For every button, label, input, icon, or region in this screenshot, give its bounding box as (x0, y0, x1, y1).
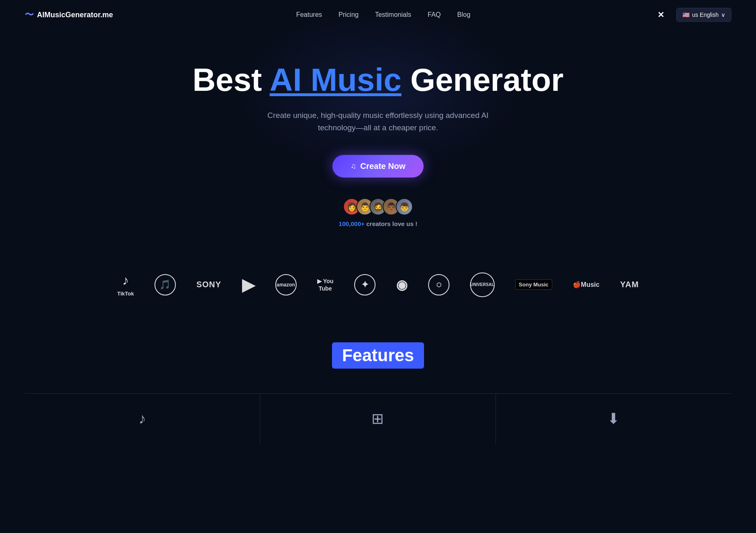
nav-right: ✕ 🇺🇸 us English ∨ (653, 7, 731, 22)
sony-music-label: Sony Music (515, 279, 552, 290)
love-text: creators love us ! (364, 220, 417, 227)
brand-apple-music: 🍎Music (573, 281, 599, 288)
openai-icon: ✦ (354, 274, 376, 295)
logo-wave-icon: 〜 (25, 9, 34, 21)
create-now-button[interactable]: ♫ Create Now (332, 155, 424, 178)
nav-links: Features Pricing Testimonials FAQ Blog (296, 11, 470, 18)
hero-subtitle: Create unique, high-quality music effort… (263, 109, 493, 134)
social-proof: 👩 👨 🧔 👨🏾 👦 100,000+ creators love us ! (8, 198, 748, 227)
chevron-down-icon: ∨ (721, 12, 725, 18)
flag-icon: 🇺🇸 (682, 12, 689, 18)
brand-amazon: amazon (275, 274, 297, 295)
brand-sony-music: Sony Music (515, 279, 552, 290)
music-note-feature-icon: ♪ (138, 410, 146, 427)
logo-text: AIMusicGenerator.me (37, 11, 113, 19)
headline-post: Generator (401, 62, 563, 98)
brand-yam: YAM (620, 280, 639, 289)
lang-label: us English (692, 12, 719, 18)
yam-label: YAM (620, 280, 639, 289)
features-grid: ♪ ⊞ ⬇ (25, 393, 731, 444)
feature-col-2: ⊞ (260, 394, 496, 444)
nav-features-link[interactable]: Features (296, 11, 322, 18)
brand-motion-music: ◉ (396, 277, 408, 293)
brand-youtube: ▶ YouTube (317, 278, 334, 292)
feature-col-3: ⬇ (496, 394, 731, 444)
features-section: Features ♪ ⊞ ⬇ (0, 318, 756, 460)
brand-tiktok: ♪ TikTok (117, 273, 134, 297)
features-tag: Features (332, 342, 424, 369)
download-feature-icon: ⬇ (607, 410, 620, 427)
amazon-icon: amazon (275, 274, 297, 295)
feature-col-1: ♪ (25, 394, 260, 444)
brands-strip: ♪ TikTok 🎵 SONY ▶ amazon ▶ YouTube ✦ ◉ ⬡… (0, 252, 756, 318)
navbar: 〜 AIMusicGenerator.me Features Pricing T… (0, 0, 756, 30)
nav-blog-link[interactable]: Blog (457, 11, 470, 18)
music-note-icon: ♫ (350, 162, 356, 171)
motion-music-icon: ◉ (396, 277, 408, 293)
brand-bqfy: ⬡ (428, 274, 449, 295)
avatar-group: 👩 👨 🧔 👨🏾 👦 (343, 198, 413, 215)
brand-tiktok-label: TikTok (117, 291, 134, 297)
hero-section: Best AI Music Generator Create unique, h… (0, 30, 756, 252)
social-count: 100,000+ creators love us ! (339, 220, 417, 227)
headline-pre: Best (192, 62, 270, 98)
brand-nvidia: ▶ (242, 275, 255, 294)
sony-label: SONY (196, 280, 221, 289)
bqfy-icon: ⬡ (428, 274, 449, 295)
nav-testimonials-link[interactable]: Testimonials (375, 11, 411, 18)
brand-spotify: 🎵 (154, 274, 176, 295)
grid-feature-icon: ⊞ (371, 410, 384, 427)
brand-universal: UNIVERSAL (470, 272, 495, 297)
hero-headline: Best AI Music Generator (8, 62, 748, 98)
nav-pricing-link[interactable]: Pricing (339, 11, 359, 18)
avatar: 👦 (396, 198, 413, 215)
create-now-label: Create Now (360, 162, 406, 171)
logo[interactable]: 〜 AIMusicGenerator.me (25, 9, 113, 21)
tiktok-icon: ♪ (122, 273, 129, 288)
spotify-icon: 🎵 (154, 274, 176, 295)
headline-highlight: AI Music (270, 62, 401, 98)
brand-openai: ✦ (354, 274, 376, 295)
nvidia-icon: ▶ (242, 275, 255, 294)
universal-icon: UNIVERSAL (470, 272, 495, 297)
creator-count: 100,000+ (339, 220, 364, 227)
brand-sony: SONY (196, 280, 221, 289)
twitter-x-icon[interactable]: ✕ (653, 7, 668, 22)
nav-faq-link[interactable]: FAQ (428, 11, 441, 18)
apple-music-label: 🍎Music (573, 281, 599, 288)
youtube-icon: ▶ YouTube (317, 278, 334, 292)
language-selector[interactable]: 🇺🇸 us English ∨ (676, 8, 731, 22)
